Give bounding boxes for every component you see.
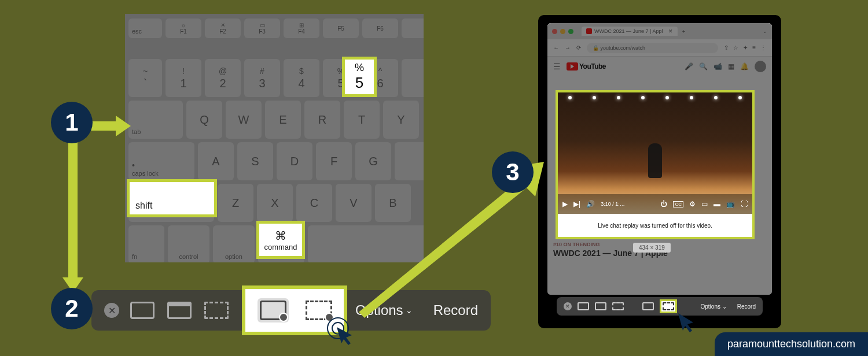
browser-tabbar: WWDC 2021 — June 7 | Appl ✕ ＋ ⌄ xyxy=(547,23,772,39)
miniplayer-icon[interactable]: ▭ xyxy=(701,200,708,208)
theater-icon[interactable]: ▬ xyxy=(713,200,720,208)
svg-marker-1 xyxy=(116,116,131,136)
fullscreen-icon[interactable]: ⛶ xyxy=(741,200,748,208)
video-time: 3:10 / 1:… xyxy=(601,201,625,207)
capture-window-icon[interactable] xyxy=(165,299,193,322)
mini-cursor-icon xyxy=(676,312,697,333)
cc-icon[interactable]: CC xyxy=(673,201,683,207)
reading-list-icon[interactable]: ≡ xyxy=(752,44,756,51)
highlight-video-selection: ▶ ▶| 🔊 3:10 / 1:… ⏻ CC ⚙ ▭ ▬ 📺 ⛶ Live ch… xyxy=(556,90,755,239)
browser-tab[interactable]: WWDC 2021 — June 7 | Appl ✕ xyxy=(582,27,678,36)
record-entire-screen-icon[interactable] xyxy=(260,301,286,320)
nav-back-icon[interactable]: ← xyxy=(553,44,559,51)
svg-marker-8 xyxy=(678,313,693,332)
nav-reload-icon[interactable]: ⟳ xyxy=(576,44,581,51)
mini-record-button[interactable]: Record xyxy=(737,303,756,310)
nav-forward-icon[interactable]: → xyxy=(565,44,571,51)
svg-rect-0 xyxy=(90,121,116,131)
traffic-close-icon[interactable] xyxy=(552,29,557,34)
settings-icon[interactable]: ⚙ xyxy=(689,200,696,208)
autoplay-icon[interactable]: ⏻ xyxy=(660,200,667,208)
highlight-key-command: ⌘ command xyxy=(256,221,305,259)
highlight-key-5: % 5 xyxy=(342,57,377,97)
svg-marker-7 xyxy=(337,327,352,345)
close-icon[interactable]: ✕ xyxy=(104,303,119,318)
next-icon[interactable]: ▶| xyxy=(573,200,580,208)
hamburger-icon[interactable]: ☰ xyxy=(553,62,561,71)
footer-credit: paramounttechsolution.com xyxy=(715,332,868,356)
mini-capture-window-icon[interactable] xyxy=(595,302,606,310)
step-badge-3: 3 xyxy=(492,151,534,193)
tab-menu-icon[interactable]: ⌄ xyxy=(763,28,767,34)
step-badge-2: 2 xyxy=(51,288,93,329)
mini-record-screen-icon[interactable] xyxy=(642,302,654,310)
capture-selection-icon[interactable] xyxy=(203,299,230,322)
play-icon[interactable]: ▶ xyxy=(562,200,568,208)
selection-dimensions: 434 × 319 xyxy=(633,243,671,253)
cast-icon[interactable]: 📺 xyxy=(726,200,735,208)
chat-message: Live chat replay was turned off for this… xyxy=(558,214,752,237)
highlight-key-shift: shift xyxy=(127,179,217,217)
create-icon[interactable]: 📹 xyxy=(713,62,722,71)
youtube-header: ☰ YouTube 🎤 🔍 📹 ▦ 🔔 xyxy=(547,57,772,76)
browser-addressbar: ← → ⟳ 🔒 youtube.com/watch ⇪ ☆ ✦ ≡ ⋮ xyxy=(547,39,772,57)
volume-icon[interactable]: 🔊 xyxy=(586,200,595,208)
mini-capture-screen-icon[interactable] xyxy=(578,302,589,310)
bell-icon[interactable]: 🔔 xyxy=(740,62,749,71)
share-icon[interactable]: ⇪ xyxy=(724,44,729,51)
traffic-zoom-icon[interactable] xyxy=(568,29,573,34)
mini-record-selection-icon[interactable] xyxy=(663,302,674,310)
mic-icon[interactable]: 🎤 xyxy=(685,62,693,71)
mini-highlight-record-selection xyxy=(660,299,677,313)
mini-options-dropdown[interactable]: Options ⌄ xyxy=(701,303,727,310)
video-controls: ▶ ▶| 🔊 3:10 / 1:… ⏻ CC ⚙ ▭ ▬ 📺 ⛶ xyxy=(558,194,752,214)
avatar[interactable] xyxy=(755,61,766,72)
new-tab-icon[interactable]: ＋ xyxy=(681,28,686,35)
url-field[interactable]: 🔒 youtube.com/watch xyxy=(587,43,718,53)
svg-rect-2 xyxy=(68,142,78,277)
search-icon[interactable]: 🔍 xyxy=(699,62,708,71)
mini-close-icon[interactable]: ✕ xyxy=(564,302,572,310)
step-badge-1: 1 xyxy=(51,102,93,143)
mini-capture-selection-icon[interactable] xyxy=(612,302,624,310)
mini-screenshot-toolbar: ✕ Options ⌄ Record xyxy=(557,297,763,316)
apps-icon[interactable]: ▦ xyxy=(728,62,734,71)
click-cursor-icon xyxy=(324,314,359,346)
star-icon[interactable]: ☆ xyxy=(733,44,738,51)
traffic-minimize-icon[interactable] xyxy=(560,29,565,34)
capture-entire-screen-icon[interactable] xyxy=(128,299,156,322)
youtube-logo[interactable]: YouTube xyxy=(567,62,606,71)
extension-icon[interactable]: ✦ xyxy=(743,44,748,51)
youtube-favicon-icon xyxy=(586,28,592,34)
chrome-menu-icon[interactable]: ⋮ xyxy=(760,44,766,51)
